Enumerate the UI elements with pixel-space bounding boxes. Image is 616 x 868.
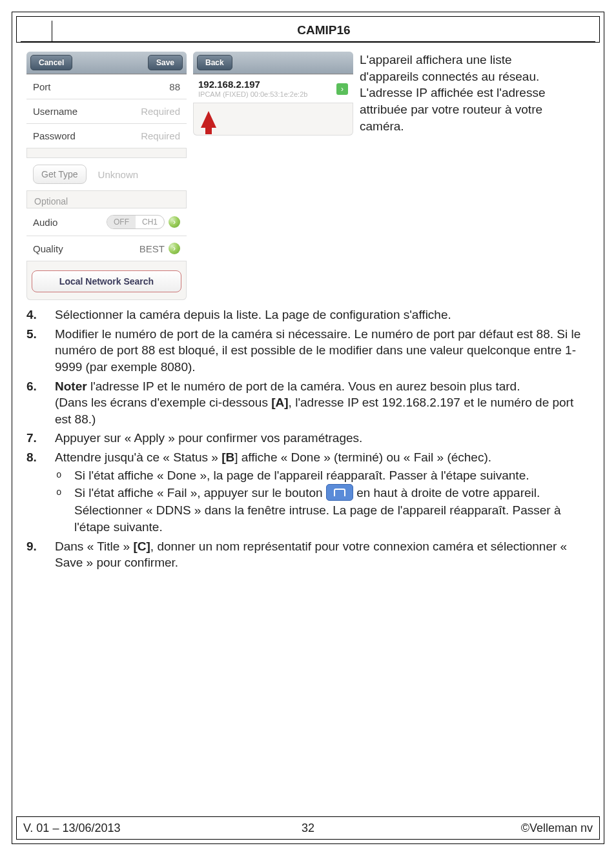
optional-label: Optional [26,191,187,208]
footer-copyright: ©Velleman nv [314,822,599,835]
get-type-value: Unknown [98,169,139,180]
quality-value: BEST [139,243,165,254]
step-8-sub-1: Si l'état affiche « Done », la page de l… [55,467,590,484]
port-value[interactable]: 88 [169,81,180,92]
device-row[interactable]: 192.168.2.197 IPCAM (FIXED) 00:0e:53:1e:… [193,74,353,103]
port-label: Port [33,81,51,92]
step-5: Modifier le numéro de port de la caméra … [26,326,590,376]
chevron-right-icon[interactable]: › [169,216,180,228]
step-6: Noter l'adresse IP et le numéro de port … [26,378,590,428]
arrow-up-icon [201,111,216,128]
footer-version: V. 01 – 13/06/2013 [17,822,302,835]
header-spacer [21,21,52,41]
chevron-right-icon: › [336,83,348,95]
username-label: Username [33,106,77,117]
step-8: Attendre jusqu'à ce « Status » [B] affic… [26,449,590,536]
back-button[interactable]: Back [197,55,232,70]
get-type-button[interactable]: Get Type [33,165,87,184]
intro-text: L'appareil affichera une liste d'apparei… [360,52,573,134]
step-7: Appuyer sur « Apply » pour confirmer vos… [26,430,590,447]
step-9: Dans « Title » [C], donner un nom représ… [26,538,590,571]
password-field[interactable]: Required [141,130,180,141]
username-field[interactable]: Required [141,106,180,117]
cancel-button[interactable]: Cancel [30,55,72,70]
chevron-right-icon[interactable]: › [169,243,180,254]
config-panel: Cancel Save Port 88 Username Required Pa… [26,52,187,300]
audio-segmented[interactable]: OFF CH1 [107,215,165,229]
quality-label: Quality [33,243,63,254]
device-mac: IPCAM (FIXED) 00:0e:53:1e:2e:2b [198,90,307,99]
footer: V. 01 – 13/06/2013 32 ©Velleman nv [16,816,600,840]
local-network-search-button[interactable]: Local Network Search [32,270,181,292]
password-label: Password [33,130,76,141]
step-4: Sélectionner la caméra depuis la liste. … [26,307,590,323]
footer-page-number: 32 [302,822,314,835]
step-8-sub-2: Si l'état affiche « Fail », appuyer sur … [55,485,590,535]
ddns-tool-icon [326,484,353,501]
save-button[interactable]: Save [148,55,183,70]
search-result-panel: Back 192.168.2.197 IPCAM (FIXED) 00:0e:5… [193,52,353,136]
audio-label: Audio [33,217,57,228]
device-ip: 192.168.2.197 [198,79,307,90]
page-title: CAMIP16 [52,21,595,41]
